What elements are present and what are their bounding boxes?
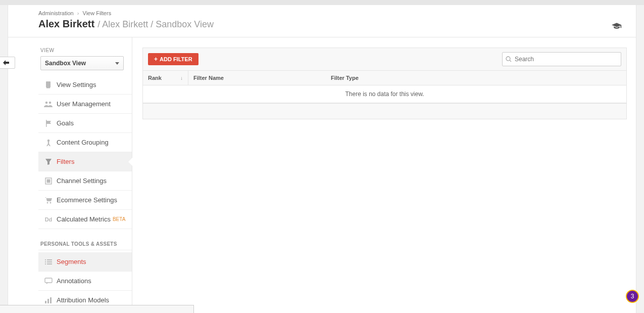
svg-point-9: [50, 202, 52, 203]
svg-rect-7: [47, 179, 51, 183]
svg-rect-13: [47, 259, 52, 260]
breadcrumb-current: View Filters: [83, 10, 112, 16]
table-empty-row: There is no data for this view.: [143, 85, 626, 103]
sidebar-item-calculated-metrics[interactable]: DdCalculated MetricsBETA: [38, 210, 132, 229]
svg-rect-1: [46, 87, 50, 88]
svg-rect-11: [45, 261, 46, 262]
svg-rect-17: [45, 301, 46, 303]
svg-point-3: [49, 101, 52, 104]
svg-line-24: [510, 60, 511, 62]
svg-rect-10: [45, 259, 46, 260]
svg-rect-5: [48, 142, 49, 144]
add-filter-label: ADD FILTER: [160, 56, 192, 62]
svg-point-23: [506, 57, 510, 61]
personal-tools-menu: SegmentsAnnotationsAttribution ModelsCus…: [38, 252, 132, 313]
statusbar-ghost: [0, 305, 194, 313]
beta-badge: BETA: [113, 216, 125, 222]
cart-icon: [42, 197, 55, 204]
svg-rect-12: [45, 263, 46, 264]
users-icon: [42, 101, 55, 107]
col-rank-label: Rank: [148, 75, 162, 81]
breadcrumb-admin[interactable]: Administration: [38, 10, 74, 16]
notification-badge[interactable]: 3: [626, 290, 639, 303]
toolbar: + ADD FILTER: [142, 48, 627, 70]
back-button[interactable]: [0, 57, 15, 69]
sidebar-item-label: Segments: [57, 258, 86, 265]
sidebar-item-segments[interactable]: Segments: [38, 252, 132, 272]
breadcrumb-separator: ›: [77, 10, 79, 16]
dd-icon: Dd: [42, 216, 55, 222]
segments-icon: [42, 258, 55, 265]
sidebar-item-label: Ecommerce Settings: [57, 196, 117, 204]
sidebar-item-goals[interactable]: Goals: [38, 114, 132, 133]
sidebar: VIEW Sandbox View View SettingsUser Mana…: [8, 37, 132, 313]
channel-icon: [42, 177, 55, 185]
bars-icon: [42, 297, 55, 304]
flag-icon: [42, 120, 55, 127]
personal-tools-heading: PERSONAL TOOLS & ASSETS: [40, 241, 132, 247]
sidebar-item-label: Calculated Metrics: [57, 215, 111, 223]
sidebar-item-filters[interactable]: Filters: [38, 152, 132, 171]
filters-table: Rank ↓ Filter Name Filter Type There is …: [142, 70, 627, 103]
page-header: Administration › View Filters Alex Birke…: [8, 5, 636, 37]
svg-rect-15: [47, 263, 52, 264]
svg-rect-0: [46, 81, 51, 87]
sidebar-item-label: Attribution Models: [57, 296, 109, 304]
search-icon: [506, 56, 512, 62]
main-content: + ADD FILTER Rank ↓ Filter Name: [132, 37, 636, 313]
sidebar-item-label: User Management: [57, 100, 111, 108]
sidebar-item-channel-settings[interactable]: Channel Settings: [38, 171, 132, 191]
sidebar-item-label: View Settings: [57, 81, 96, 88]
col-rank[interactable]: Rank ↓: [143, 71, 188, 85]
sidebar-item-label: Content Grouping: [57, 139, 109, 146]
view-menu: View SettingsUser ManagementGoalsContent…: [38, 75, 132, 229]
sidebar-item-content-grouping[interactable]: Content Grouping: [38, 133, 132, 152]
svg-point-8: [47, 202, 48, 203]
table-footer: [142, 103, 627, 119]
sidebar-item-label: Annotations: [57, 277, 91, 285]
sidebar-item-ecommerce-settings[interactable]: Ecommerce Settings: [38, 191, 132, 210]
settings-icon: [42, 81, 55, 89]
sidebar-item-user-management[interactable]: User Management: [38, 95, 132, 114]
col-filter-type[interactable]: Filter Type: [326, 71, 626, 85]
chevron-down-icon: [115, 62, 119, 65]
group-icon: [42, 139, 55, 146]
annot-icon: [42, 278, 55, 285]
svg-point-2: [45, 101, 48, 104]
graduation-cap-icon[interactable]: [612, 22, 622, 29]
table-header: Rank ↓ Filter Name Filter Type: [143, 71, 626, 85]
view-section-heading: VIEW: [8, 48, 132, 56]
plus-icon: +: [154, 56, 158, 62]
search-box[interactable]: [502, 52, 621, 66]
svg-rect-19: [50, 297, 52, 303]
sort-down-icon: ↓: [180, 75, 183, 81]
sidebar-item-annotations[interactable]: Annotations: [38, 272, 132, 291]
funnel-icon: [42, 158, 55, 165]
add-filter-button[interactable]: + ADD FILTER: [148, 53, 199, 65]
view-select[interactable]: Sandbox View: [40, 56, 124, 70]
breadcrumb: Administration › View Filters: [38, 10, 626, 16]
page-title: Alex Birkett: [38, 18, 94, 30]
svg-rect-14: [47, 261, 52, 262]
sidebar-item-label: Channel Settings: [57, 177, 107, 185]
sidebar-item-label: Goals: [57, 119, 74, 127]
svg-point-4: [47, 139, 50, 142]
svg-rect-18: [47, 299, 49, 303]
search-input[interactable]: [515, 56, 618, 63]
sidebar-item-view-settings[interactable]: View Settings: [38, 75, 132, 95]
sidebar-item-label: Filters: [57, 158, 74, 165]
title-path: / Alex Birkett / Sandbox View: [97, 19, 214, 30]
view-select-value: Sandbox View: [45, 60, 86, 67]
col-filter-name[interactable]: Filter Name: [188, 71, 326, 85]
svg-rect-16: [45, 278, 52, 283]
